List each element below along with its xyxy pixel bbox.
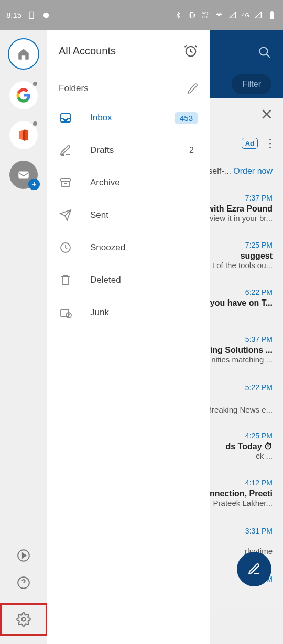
- folder-inbox[interactable]: Inbox 453: [47, 102, 210, 134]
- status-left: 8:15: [6, 10, 51, 20]
- clock: 8:15: [6, 10, 21, 19]
- folders-label: Folders: [59, 83, 89, 94]
- mail-subject: s you have on T...: [203, 298, 273, 308]
- folder-label: Archive: [90, 177, 198, 188]
- signal-icon-1: [228, 10, 237, 20]
- svg-rect-4: [270, 12, 274, 19]
- play-button[interactable]: [17, 549, 30, 562]
- vibrate-icon: [187, 10, 197, 20]
- folder-label: Snoozed: [90, 242, 198, 253]
- home-icon: [17, 47, 30, 61]
- svg-rect-15: [61, 179, 70, 181]
- play-icon: [17, 549, 30, 562]
- svg-rect-9: [18, 172, 29, 179]
- mail-item[interactable]: 5:22 PM Breaking News e...: [206, 383, 273, 414]
- drawer-main: All Accounts Folders Inbox 453 Drafts 2: [47, 30, 210, 644]
- mail-subject: nnection, Preeti: [210, 489, 273, 498]
- folder-sent[interactable]: Sent: [47, 199, 210, 231]
- folder-label: Deleted: [90, 275, 198, 285]
- ad-line[interactable]: self-... Order now: [208, 166, 273, 176]
- drawer-title: All Accounts: [59, 45, 116, 57]
- account-rail: +: [0, 30, 47, 644]
- ad-badge: Ad: [242, 138, 258, 149]
- folder-label: Sent: [90, 210, 198, 220]
- mail-subject: suggest: [212, 251, 273, 261]
- svg-point-6: [259, 47, 267, 55]
- account-home[interactable]: [8, 38, 39, 70]
- snooze-header-icon[interactable]: [183, 43, 198, 58]
- help-icon: [17, 576, 30, 590]
- svg-point-1: [43, 12, 49, 18]
- mail-item[interactable]: 7:25 PM suggest t of the tools ou...: [212, 241, 273, 270]
- mail-subject: with Ezra Pound: [208, 204, 273, 214]
- mail-subject: rning Solutions ...: [202, 346, 273, 355]
- settings-button[interactable]: [0, 603, 47, 636]
- folder-label: Junk: [90, 307, 198, 318]
- mail-preview: t of the tools ou...: [212, 261, 273, 270]
- snoozed-icon: [59, 241, 72, 254]
- unread-dot: [32, 81, 38, 87]
- lte-icon: Vo))LTE: [201, 10, 210, 20]
- battery-icon: [267, 10, 277, 20]
- mail-time: 7:25 PM: [212, 241, 273, 249]
- nav-drawer: + All Accounts Folders: [0, 30, 210, 644]
- folder-junk[interactable]: Junk: [47, 296, 210, 329]
- folder-count: 453: [175, 112, 198, 124]
- plus-icon: +: [28, 179, 40, 190]
- mail-item[interactable]: 6:22 PM s you have on T...: [203, 288, 273, 308]
- rail-bottom: [0, 549, 47, 636]
- svg-rect-5: [271, 11, 273, 12]
- google-icon: [16, 87, 31, 103]
- gear-icon: [16, 612, 31, 627]
- mail-time: 4:12 PM: [210, 479, 273, 487]
- account-office[interactable]: [9, 121, 38, 149]
- more-icon[interactable]: ⋯: [264, 138, 277, 148]
- add-account[interactable]: +: [9, 161, 38, 189]
- folders-header: Folders: [47, 71, 210, 102]
- mail-preview: view it in your br...: [208, 214, 273, 223]
- mail-item[interactable]: 7:37 PM with Ezra Pound view it in your …: [208, 194, 273, 223]
- mail-preview: Prateek Lakher...: [210, 498, 273, 507]
- edit-folders-icon[interactable]: [187, 83, 198, 94]
- mail-preview: ck ...: [226, 451, 273, 460]
- folder-deleted[interactable]: Deleted: [47, 264, 210, 296]
- mail-preview: Breaking News e...: [206, 405, 273, 414]
- filter-button[interactable]: Filter: [232, 74, 271, 94]
- unread-dot: [32, 120, 38, 127]
- ad-cta[interactable]: Order now: [233, 166, 273, 175]
- sent-icon: [59, 208, 72, 222]
- folder-count: 2: [185, 146, 198, 155]
- phone-icon: [27, 10, 36, 20]
- svg-rect-0: [29, 12, 34, 18]
- ad-row: Ad ⋯: [242, 136, 276, 150]
- drawer-header: All Accounts: [47, 30, 210, 71]
- folder-drafts[interactable]: Drafts 2: [47, 134, 210, 166]
- mail-time: 4:25 PM: [226, 431, 273, 440]
- svg-point-3: [219, 14, 220, 16]
- mail-time: 5:22 PM: [206, 383, 273, 392]
- close-icon[interactable]: [260, 107, 274, 121]
- drafts-icon: [59, 143, 72, 157]
- mail-item[interactable]: 5:37 PM rning Solutions ... nities match…: [202, 335, 273, 364]
- compose-fab[interactable]: [237, 552, 271, 586]
- mail-item[interactable]: 4:25 PM ds Today ⏱ ck ...: [226, 431, 273, 460]
- status-right: Vo))LTE 4G: [173, 10, 277, 20]
- hotspot-icon: [214, 10, 224, 20]
- office-icon: [17, 128, 30, 142]
- folder-snoozed[interactable]: Snoozed: [47, 231, 210, 264]
- folder-archive[interactable]: Archive: [47, 166, 210, 199]
- svg-point-12: [22, 618, 26, 621]
- status-bar: 8:15 Vo))LTE 4G: [0, 0, 283, 30]
- mail-preview: nities matching ...: [202, 355, 273, 364]
- search-button[interactable]: [258, 46, 271, 59]
- net-label: 4G: [242, 12, 249, 18]
- account-google[interactable]: [9, 81, 38, 109]
- archive-icon: [59, 176, 72, 190]
- ad-text: self-...: [208, 166, 231, 175]
- mail-item[interactable]: 4:12 PM nnection, Preeti Prateek Lakher.…: [210, 479, 273, 507]
- mail-icon: [17, 168, 30, 182]
- mail-item[interactable]: 3:31 PM r|nytime: [245, 527, 273, 556]
- help-button[interactable]: [17, 576, 30, 590]
- mail-time: 7:37 PM: [208, 194, 273, 202]
- bluetooth-icon: [173, 10, 183, 20]
